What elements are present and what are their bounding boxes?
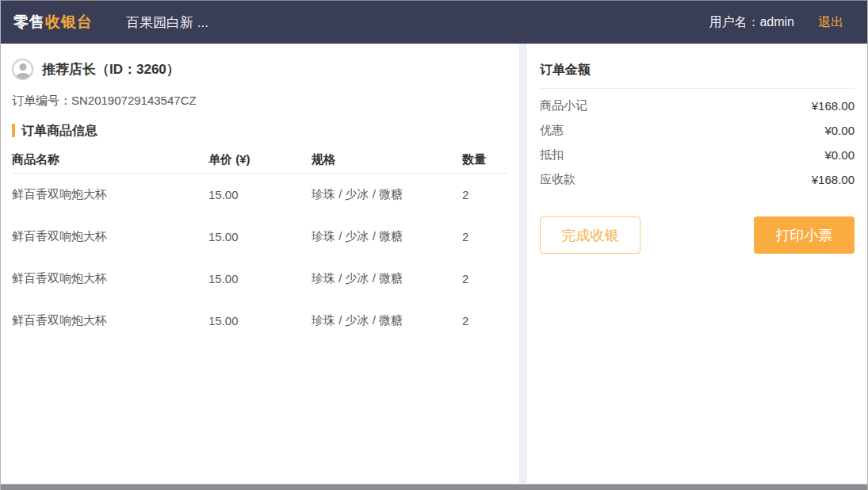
username-label: 用户名：	[709, 15, 759, 29]
goods-table: 商品名称 单价 (¥) 规格 数量 鲜百香双响炮大杯 15.00 珍珠 / 少冰…	[12, 147, 508, 342]
table-row: 鲜百香双响炮大杯 15.00 珍珠 / 少冰 / 微糖 2	[12, 300, 508, 342]
print-receipt-button[interactable]: 打印小票	[754, 216, 855, 254]
cell-qty: 2	[462, 314, 508, 327]
pos-app-window: 零售收银台 百果园白新 ... 用户名：admin 退出 推荐店长（ID：326…	[0, 0, 868, 490]
goods-table-header: 商品名称 单价 (¥) 规格 数量	[12, 147, 508, 174]
cell-qty: 2	[462, 230, 508, 243]
app-logo: 零售收银台	[13, 12, 93, 33]
cell-unit-price: 15.00	[208, 272, 312, 285]
main-content: 推荐店长（ID：3260） 订单编号：SN20190729143547CZ 订单…	[1, 44, 867, 484]
username-value: admin	[759, 15, 794, 29]
table-row: 鲜百香双响炮大杯 15.00 珍珠 / 少冰 / 微糖 2	[12, 258, 508, 300]
summary-label: 优惠	[540, 123, 564, 138]
summary-label: 抵扣	[540, 147, 564, 163]
cell-spec: 珍珠 / 少冰 / 微糖	[312, 229, 462, 244]
cell-spec: 珍珠 / 少冰 / 微糖	[312, 271, 462, 286]
store-name: 百果园白新 ...	[126, 13, 208, 32]
table-row: 鲜百香双响炮大杯 15.00 珍珠 / 少冰 / 微糖 2	[12, 174, 508, 216]
cell-product-name: 鲜百香双响炮大杯	[12, 271, 208, 286]
logout-button[interactable]: 退出	[818, 14, 843, 31]
amount-summary: 商品小记 ¥168.00 优惠 ¥0.00 抵扣 ¥0.00 应收款 ¥168.…	[540, 94, 855, 192]
cell-qty: 2	[462, 188, 508, 201]
cell-product-name: 鲜百香双响炮大杯	[12, 313, 208, 328]
summary-value: ¥0.00	[824, 124, 855, 137]
col-header-spec: 规格	[312, 152, 462, 167]
summary-row-subtotal: 商品小记 ¥168.00	[540, 94, 855, 118]
cell-unit-price: 15.00	[208, 188, 312, 201]
referrer-title: 推荐店长（ID：3260）	[42, 60, 180, 78]
goods-section-title: 订单商品信息	[12, 124, 508, 137]
summary-row-deduction: 抵扣 ¥0.00	[540, 143, 855, 167]
order-number: 订单编号：SN20190729143547CZ	[12, 94, 508, 109]
cell-qty: 2	[462, 272, 508, 285]
logo-cashier-text: 收银台	[45, 13, 93, 30]
referrer-row: 推荐店长（ID：3260）	[12, 59, 508, 80]
summary-value: ¥168.00	[812, 173, 855, 186]
order-number-label: 订单编号：	[12, 94, 71, 107]
summary-label: 商品小记	[540, 98, 587, 113]
col-header-price: 单价 (¥)	[208, 152, 312, 167]
username-text: 用户名：admin	[709, 14, 794, 31]
summary-label: 应收款	[540, 172, 575, 187]
panel-divider	[519, 44, 527, 484]
col-header-name: 商品名称	[12, 152, 208, 167]
table-row: 鲜百香双响炮大杯 15.00 珍珠 / 少冰 / 微糖 2	[12, 216, 508, 258]
order-number-value: SN20190729143547CZ	[71, 94, 197, 107]
summary-value: ¥0.00	[824, 148, 855, 162]
top-bar: 零售收银台 百果园白新 ... 用户名：admin 退出	[1, 1, 867, 44]
cell-unit-price: 15.00	[208, 230, 312, 243]
cell-product-name: 鲜百香双响炮大杯	[12, 187, 208, 202]
order-goods-panel: 推荐店长（ID：3260） 订单编号：SN20190729143547CZ 订单…	[1, 44, 519, 484]
cell-spec: 珍珠 / 少冰 / 微糖	[312, 313, 462, 328]
cell-product-name: 鲜百香双响炮大杯	[12, 229, 208, 244]
bottom-bar	[1, 484, 867, 490]
logo-retail-text: 零售	[13, 13, 45, 30]
action-buttons: 完成收银 打印小票	[540, 216, 855, 254]
summary-row-receivable: 应收款 ¥168.00	[540, 167, 855, 192]
col-header-qty: 数量	[462, 152, 508, 167]
cell-spec: 珍珠 / 少冰 / 微糖	[312, 187, 462, 202]
finish-checkout-button[interactable]: 完成收银	[540, 216, 640, 254]
order-amount-panel: 订单金额 商品小记 ¥168.00 优惠 ¥0.00 抵扣 ¥0.00 应收款 …	[527, 44, 867, 484]
summary-row-discount: 优惠 ¥0.00	[540, 118, 855, 143]
cell-unit-price: 15.00	[208, 314, 312, 327]
summary-value: ¥168.00	[812, 99, 855, 113]
amount-section-title: 订单金额	[540, 62, 855, 89]
user-avatar-icon	[12, 59, 33, 80]
